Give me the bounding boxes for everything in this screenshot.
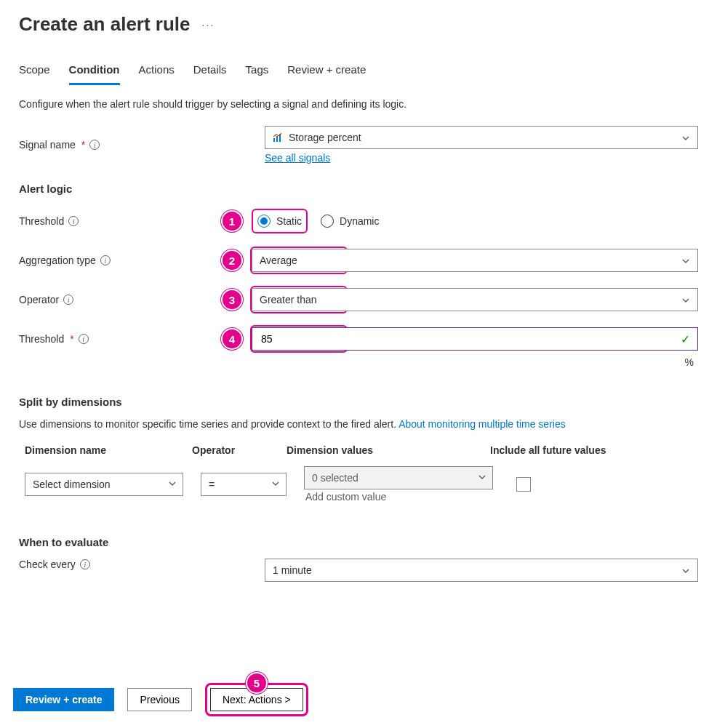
tab-actions[interactable]: Actions (139, 59, 175, 85)
col-operator: Operator (192, 444, 287, 456)
alert-logic-heading: Alert logic (19, 183, 698, 195)
check-every-value: 1 minute (273, 564, 312, 576)
chevron-down-icon (681, 133, 690, 142)
include-future-checkbox[interactable] (516, 477, 531, 492)
see-all-signals-link[interactable]: See all signals (265, 152, 698, 164)
callout-badge-4: 4 (221, 328, 243, 350)
signal-name-select[interactable]: Storage percent (265, 126, 698, 149)
check-every-select[interactable]: 1 minute (265, 559, 698, 582)
callout-badge-3: 3 (221, 289, 243, 311)
split-description: Use dimensions to monitor specific time … (19, 418, 698, 430)
valid-check-icon: ✓ (681, 332, 690, 346)
threshold-static-label: Static (276, 215, 302, 227)
tab-scope[interactable]: Scope (19, 59, 50, 85)
info-icon[interactable]: i (100, 255, 111, 265)
tab-review-create[interactable]: Review + create (287, 59, 366, 85)
aggregation-type-select[interactable]: Average (252, 249, 698, 272)
dimension-values-select[interactable]: 0 selected (304, 466, 493, 489)
metric-icon (273, 132, 283, 143)
dimension-name-select[interactable]: Select dimension (25, 473, 183, 496)
tab-details[interactable]: Details (193, 59, 227, 85)
threshold-dynamic-label: Dynamic (340, 215, 379, 227)
dimension-values-placeholder: 0 selected (312, 472, 358, 484)
threshold-type-label: Threshold (19, 215, 64, 227)
operator-select[interactable]: Greater than (252, 288, 698, 311)
threshold-dynamic-radio[interactable]: Dynamic (321, 215, 379, 228)
intro-text: Configure when the alert rule should tri… (19, 98, 698, 110)
tab-bar: Scope Condition Actions Details Tags Rev… (19, 59, 698, 85)
col-dimension-name: Dimension name (25, 444, 192, 456)
add-custom-value-link[interactable]: Add custom value (305, 491, 508, 503)
dimensions-table-header: Dimension name Operator Dimension values… (19, 440, 698, 463)
required-asterisk: * (70, 333, 73, 345)
operator-label: Operator (19, 294, 59, 305)
check-every-label: Check every (19, 559, 76, 570)
svg-rect-0 (273, 138, 275, 142)
chevron-down-icon (681, 256, 690, 265)
col-include-future: Include all future values (490, 444, 692, 456)
dimension-operator-select[interactable]: = (201, 473, 287, 496)
info-icon[interactable]: i (63, 295, 73, 305)
required-asterisk: * (81, 139, 85, 151)
callout-highlight-1: Static (252, 209, 308, 233)
info-icon[interactable]: i (80, 559, 90, 569)
threshold-static-radio[interactable]: Static (257, 215, 302, 228)
aggregation-type-label: Aggregation type (19, 255, 96, 266)
signal-name-value: Storage percent (289, 132, 361, 143)
dimension-name-placeholder: Select dimension (33, 479, 111, 490)
tab-condition[interactable]: Condition (69, 59, 120, 85)
callout-badge-1: 1 (221, 210, 243, 232)
threshold-value-input[interactable] (260, 332, 690, 345)
chevron-down-icon (271, 479, 280, 490)
split-heading: Split by dimensions (19, 396, 698, 408)
operator-value: Greater than (260, 294, 317, 305)
signal-name-label: Signal name (19, 139, 76, 151)
page-title: Create an alert rule (19, 13, 191, 36)
aggregation-type-value: Average (260, 255, 297, 266)
dimension-operator-value: = (209, 479, 215, 490)
threshold-value-input-wrap[interactable]: ✓ (252, 327, 698, 351)
chevron-down-icon (478, 472, 486, 484)
chevron-down-icon (681, 295, 690, 304)
threshold-value-label: Threshold (19, 333, 64, 345)
more-menu-icon[interactable]: ··· (202, 19, 215, 31)
info-icon[interactable]: i (89, 140, 100, 150)
callout-badge-2: 2 (221, 249, 243, 271)
col-dimension-values: Dimension values (287, 444, 490, 456)
dimensions-table-row: Select dimension = 0 selected Add custom… (19, 463, 698, 505)
svg-rect-1 (276, 136, 278, 142)
threshold-unit: % (19, 356, 698, 368)
tab-tags[interactable]: Tags (246, 59, 269, 85)
info-icon[interactable]: i (79, 334, 89, 344)
evaluate-heading: When to evaluate (19, 536, 698, 548)
info-icon[interactable]: i (68, 216, 79, 226)
about-monitoring-link[interactable]: About monitoring multiple time series (398, 418, 566, 430)
chevron-down-icon (168, 479, 177, 490)
chevron-down-icon (681, 566, 690, 575)
